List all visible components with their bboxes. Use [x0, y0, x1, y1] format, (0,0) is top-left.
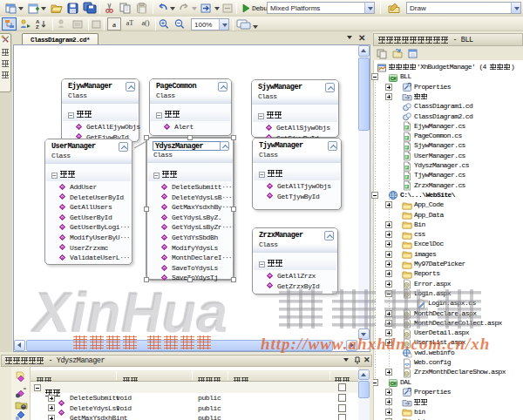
svg-text:Z: Z — [36, 24, 39, 30]
